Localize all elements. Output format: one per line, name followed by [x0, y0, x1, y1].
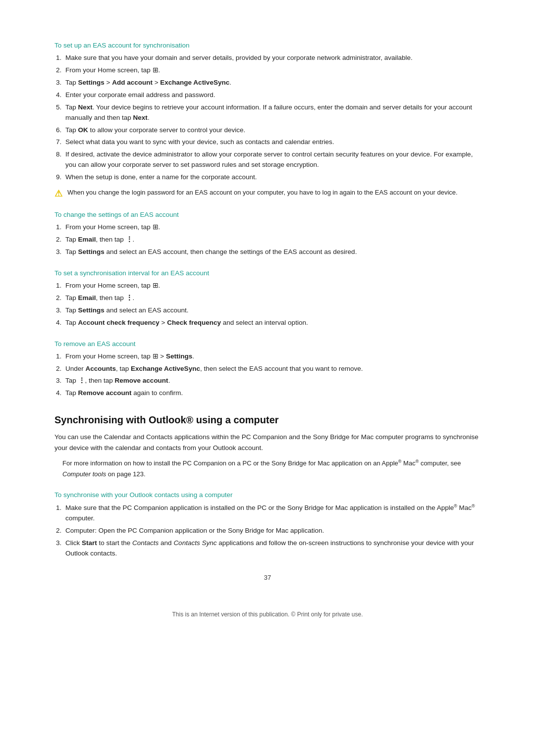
- list-item: From your Home screen, tap ⊞.: [63, 65, 481, 76]
- list-item: If desired, activate the device administ…: [63, 150, 481, 170]
- list-item: Tap Settings > Add account > Exchange Ac…: [63, 78, 481, 88]
- change-steps-list: From your Home screen, tap ⊞. Tap Email,…: [63, 222, 481, 257]
- note-text: When you change the login password for a…: [67, 188, 458, 198]
- list-item: Tap Remove account again to confirm.: [63, 388, 481, 399]
- list-item: From your Home screen, tap ⊞.: [63, 281, 481, 291]
- list-item: Make sure that you have your domain and …: [63, 53, 481, 63]
- list-item: Tap Email, then tap ⋮.: [63, 235, 481, 245]
- main-section-outlook: Synchronising with Outlook® using a comp…: [54, 414, 481, 558]
- info-box-text: For more information on how to install t…: [62, 458, 481, 479]
- remove-steps-list: From your Home screen, tap ⊞ > Settings.…: [63, 352, 481, 399]
- subsection-sync-outlook: To synchronise with your Outlook contact…: [54, 491, 481, 558]
- page-footer: This is an Internet version of this publ…: [54, 611, 481, 618]
- list-item: Make sure that the PC Companion applicat…: [63, 503, 481, 523]
- main-section-heading: Synchronising with Outlook® using a comp…: [54, 414, 481, 426]
- section-title-remove: To remove an EAS account: [54, 340, 481, 348]
- list-item: Tap OK to allow your corporate server to…: [63, 125, 481, 136]
- section-title-sync-interval: To set a synchronisation interval for an…: [54, 269, 481, 277]
- list-item: From your Home screen, tap ⊞ > Settings.: [63, 352, 481, 362]
- list-item: When the setup is done, enter a name for…: [63, 172, 481, 183]
- list-item: From your Home screen, tap ⊞.: [63, 222, 481, 233]
- page-number: 37: [54, 574, 481, 581]
- list-item: Tap Settings and select an EAS account.: [63, 305, 481, 316]
- section-change-eas: To change the settings of an EAS account…: [54, 211, 481, 257]
- sync-outlook-steps-list: Make sure that the PC Companion applicat…: [63, 503, 481, 558]
- main-body-para-1: You can use the Calendar and Contacts ap…: [54, 432, 481, 453]
- sync-interval-steps-list: From your Home screen, tap ⊞. Tap Email,…: [63, 281, 481, 328]
- section-title-setup: To set up an EAS account for synchronisa…: [54, 42, 481, 49]
- section-title-change: To change the settings of an EAS account: [54, 211, 481, 218]
- list-item: Tap ⋮, then tap Remove account.: [63, 376, 481, 386]
- list-item: Select what data you want to sync with y…: [63, 137, 481, 148]
- list-item: Enter your corporate email address and p…: [63, 90, 481, 101]
- section-remove-eas: To remove an EAS account From your Home …: [54, 340, 481, 399]
- list-item: Computer: Open the PC Companion applicat…: [63, 526, 481, 536]
- note-block: ⚠ When you change the login password for…: [54, 188, 481, 199]
- page-content: To set up an EAS account for synchronisa…: [54, 0, 481, 657]
- section-setup-eas: To set up an EAS account for synchronisa…: [54, 42, 481, 199]
- subsection-title-sync-outlook: To synchronise with your Outlook contact…: [54, 491, 481, 499]
- setup-steps-list: Make sure that you have your domain and …: [63, 53, 481, 183]
- warning-icon: ⚠: [54, 188, 63, 199]
- list-item: Tap Next. Your device begins to retrieve…: [63, 102, 481, 123]
- list-item: Click Start to start the Contacts and Co…: [63, 538, 481, 559]
- list-item: Tap Settings and select an EAS account, …: [63, 247, 481, 257]
- list-item: Tap Email, then tap ⋮.: [63, 293, 481, 303]
- list-item: Tap Account check frequency > Check freq…: [63, 318, 481, 328]
- list-item: Under Accounts, tap Exchange ActiveSync,…: [63, 364, 481, 374]
- info-box: For more information on how to install t…: [54, 458, 481, 479]
- section-sync-interval: To set a synchronisation interval for an…: [54, 269, 481, 328]
